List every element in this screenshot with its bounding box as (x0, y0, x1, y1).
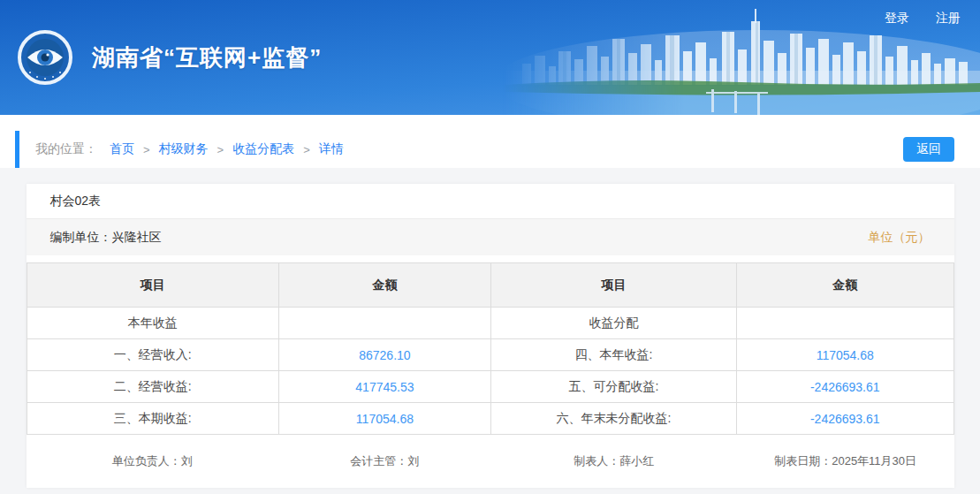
signature-value: 刘 (181, 454, 193, 467)
back-button[interactable]: 返回 (903, 137, 954, 162)
report-form-code: 村会02表 (50, 194, 102, 209)
table-row: 三、本期收益: 117054.68 六、年末未分配收益: -2426693.61 (27, 403, 953, 435)
site-header: 登录 注册 湖南省“互联网+监督” (0, 0, 980, 115)
amount-cell: -2426693.61 (737, 371, 953, 403)
signature-value: 薛小红 (619, 454, 654, 467)
amount-cell: 417745.53 (278, 371, 490, 403)
signature-row: 单位负责人：刘 会计主管：刘 制表人：薛小红 制表日期：2025年11月30日 (27, 435, 954, 488)
signature-label: 制表日期： (774, 454, 832, 467)
amount-cell: -2426693.61 (737, 403, 953, 435)
breadcrumb-label: 我的位置： (35, 141, 97, 157)
signature-label: 制表人： (574, 454, 619, 467)
column-header-item: 项目 (27, 263, 278, 308)
report-card: 村会02表 编制单位：兴隆社区 单位（元） 项目 金额 项目 金额 (27, 184, 954, 488)
section-label: 收益分配 (491, 308, 737, 339)
breadcrumb-item-income-distribution[interactable]: 收益分配表 (232, 141, 294, 157)
signature-value: 刘 (407, 454, 419, 467)
report-unit-row: 编制单位：兴隆社区 单位（元） (27, 219, 954, 255)
report-title-row: 村会02表 (27, 184, 954, 219)
table-row: 二、经营收益: 417745.53 五、可分配收益: -2426693.61 (27, 371, 953, 403)
main-area: 村会02表 编制单位：兴隆社区 单位（元） 项目 金额 项目 金额 (0, 168, 980, 494)
site-logo-icon[interactable] (18, 30, 72, 85)
column-header-amount: 金额 (278, 263, 490, 308)
site-title: 湖南省“互联网+监督” (92, 42, 322, 73)
register-link[interactable]: 注册 (936, 11, 961, 25)
auth-links: 登录 注册 (862, 11, 961, 27)
table-gap (27, 255, 954, 262)
chevron-separator-icon: > (143, 143, 150, 156)
breadcrumb-item-home[interactable]: 首页 (110, 141, 134, 157)
income-distribution-table: 项目 金额 项目 金额 本年收益 收益分配 一、经营收入: 86726.10 四… (27, 262, 954, 435)
item-label: 四、本年收益: (491, 339, 737, 371)
column-header-item: 项目 (491, 263, 737, 308)
brand: 湖南省“互联网+监督” (18, 0, 322, 115)
table-header-row: 项目 金额 项目 金额 (27, 263, 953, 308)
report-unit: 编制单位：兴隆社区 (50, 230, 162, 246)
column-header-amount: 金额 (737, 263, 953, 308)
report-unit-value: 兴隆社区 (112, 230, 162, 244)
header-gap (0, 115, 980, 131)
table-row: 一、经营收入: 86726.10 四、本年收益: 117054.68 (27, 339, 953, 371)
report-unit-label: 编制单位： (50, 230, 112, 244)
breadcrumb: 我的位置： 首页 > 村级财务 > 收益分配表 > 详情 返回 (15, 131, 965, 168)
signature-label: 会计主管： (350, 454, 407, 467)
signature-unit-head: 单位负责人：刘 (27, 453, 279, 469)
signature-label: 单位负责人： (112, 454, 181, 467)
item-label: 一、经营收入: (27, 339, 278, 371)
signature-value: 2025年11月30日 (832, 454, 916, 467)
item-label: 二、经营收益: (27, 371, 278, 403)
chevron-separator-icon: > (217, 143, 224, 156)
signature-date: 制表日期：2025年11月30日 (737, 453, 954, 469)
item-label: 三、本期收益: (27, 403, 278, 435)
amount-cell: 117054.68 (278, 403, 490, 435)
table-row: 本年收益 收益分配 (27, 308, 953, 339)
item-label: 五、可分配收益: (491, 371, 737, 403)
chevron-separator-icon: > (303, 143, 310, 156)
amount-cell: 117054.68 (737, 339, 953, 371)
breadcrumb-item-detail[interactable]: 详情 (319, 141, 344, 157)
login-link[interactable]: 登录 (885, 11, 909, 25)
section-label: 本年收益 (27, 308, 278, 339)
breadcrumb-item-village-finance[interactable]: 村级财务 (159, 141, 209, 157)
amount-cell: 86726.10 (278, 339, 490, 371)
signature-preparer: 制表人：薛小红 (491, 453, 737, 469)
item-label: 六、年末未分配收益: (491, 403, 737, 435)
currency-unit-note: 单位（元） (869, 230, 931, 246)
amount-cell (737, 308, 953, 339)
amount-cell (278, 308, 490, 339)
signature-accounting-supervisor: 会计主管：刘 (278, 453, 490, 469)
